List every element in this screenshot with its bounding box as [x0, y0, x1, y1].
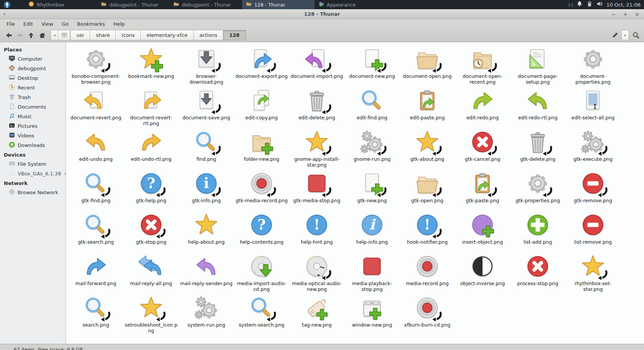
file-item[interactable]: gtk-stop.png — [124, 213, 179, 254]
window-menu-icon[interactable]: ▾ — [3, 12, 5, 16]
file-item[interactable]: gtk-media-record.png — [234, 171, 289, 213]
file-item[interactable]: list-remove.png — [565, 213, 621, 254]
file-item[interactable]: edit-copy.png — [234, 88, 289, 130]
titlebar[interactable]: ▾ 128 - Thunar −+× — [0, 9, 644, 19]
notifications-icon[interactable] — [576, 1, 583, 8]
sidebar-item-desktop[interactable]: Desktop — [0, 73, 66, 83]
file-item[interactable]: media-record.png — [400, 254, 455, 296]
file-item[interactable]: edit-redo-rtl.png — [510, 88, 565, 130]
file-item[interactable]: window-new.png — [344, 296, 400, 337]
volume-icon[interactable] — [596, 1, 603, 8]
file-item[interactable]: media-playback-stop.png — [344, 254, 400, 296]
sidebar-item-downloads[interactable]: Downloads — [0, 140, 66, 150]
taskbar-button[interactable]: 128 - Thunar — [242, 0, 315, 9]
file-item[interactable]: find.png — [179, 130, 234, 171]
forward-button[interactable] — [14, 30, 25, 41]
edit-path-pencil-button[interactable] — [610, 30, 620, 41]
file-item[interactable]: tag-new.png — [289, 296, 344, 337]
taskbar-button[interactable]: Rhythmbox — [25, 0, 97, 9]
file-item[interactable]: gtk-find.png — [68, 171, 124, 213]
path-segment-usr[interactable]: usr — [70, 30, 90, 40]
file-item[interactable]: document-open-recent.png — [455, 47, 510, 88]
menu-go[interactable]: Go — [58, 21, 73, 27]
file-item[interactable]: mail-reply-sender.png — [179, 254, 234, 296]
taskbar-button[interactable]: debugpoint - Thunar — [170, 0, 242, 9]
file-item[interactable]: document-revert-rtl.png — [124, 88, 179, 130]
file-item[interactable]: bonobo-component-browser.png — [68, 47, 124, 88]
path-scroll-left-button[interactable]: ◂ — [51, 30, 58, 40]
path-segment-128[interactable]: 128 — [223, 30, 245, 40]
file-item[interactable]: xfburn-burn-cd.png — [400, 296, 455, 337]
file-item[interactable]: mail-reply-all.png — [124, 254, 179, 296]
path-segment-share[interactable]: share — [90, 30, 116, 40]
file-item[interactable]: gtk-new.png — [344, 171, 400, 213]
file-item[interactable]: setroubleshoot_icon.png — [124, 296, 179, 337]
sidebar-item-computer[interactable]: Computer — [0, 54, 66, 64]
file-item[interactable]: edit-select-all.png — [565, 88, 621, 130]
file-item[interactable]: document-open.png — [400, 47, 455, 88]
menu-edit[interactable]: Edit — [19, 21, 37, 27]
network-icon[interactable]: ⟨··⟩ — [568, 2, 573, 7]
sidebar-item-music[interactable]: Music — [0, 112, 66, 121]
back-button[interactable] — [3, 30, 14, 41]
taskbar-button[interactable]: Appearance — [315, 0, 387, 9]
home-button[interactable] — [36, 30, 48, 41]
file-item[interactable]: ♫media-optical-audio-new.png — [289, 254, 344, 296]
file-item[interactable]: ?gtk-help.png — [124, 171, 179, 213]
battery-icon[interactable] — [586, 1, 593, 8]
file-item[interactable]: insert-object.png — [455, 213, 510, 254]
file-item[interactable]: document-new.png — [344, 47, 400, 88]
sidebar-item-videos[interactable]: Videos — [0, 131, 66, 140]
file-item[interactable]: !help-hint.png — [289, 213, 344, 254]
path-segment-actions[interactable]: actions — [193, 30, 224, 40]
file-item[interactable]: document-revert.png — [68, 88, 124, 130]
file-item[interactable]: mail-forward.png — [68, 254, 124, 296]
file-item[interactable]: gtk-paste.png — [455, 171, 510, 213]
file-item[interactable]: edit-paste.png — [400, 88, 455, 130]
file-item[interactable]: edit-undo.png — [68, 130, 124, 171]
path-segment-icons[interactable]: icons — [115, 30, 141, 40]
sidebar-item-debugpoint[interactable]: debugpoint — [0, 64, 66, 73]
file-item[interactable]: system-search.png — [234, 296, 289, 337]
file-item[interactable]: gtk-execute.png — [565, 130, 621, 171]
applications-menu-button[interactable] — [0, 0, 14, 9]
file-item[interactable]: gtk-properties.png — [510, 171, 565, 213]
file-item[interactable]: process-stop.png — [510, 254, 565, 296]
sidebar-item-vbox-gas-6-1-38[interactable]: VBox_GAs_6.1.38 — [0, 169, 66, 178]
file-item[interactable]: system-run.png — [179, 296, 234, 337]
file-item[interactable]: !hook-notifier.png — [400, 213, 455, 254]
file-item[interactable]: media-import-audio-cd.png — [234, 254, 289, 296]
file-item[interactable]: object-inverse.png — [455, 254, 510, 296]
file-item[interactable]: igtk-info.png — [179, 171, 234, 213]
menu-file[interactable]: File — [2, 21, 19, 27]
sidebar-item-documents[interactable]: Documents — [0, 102, 66, 112]
minimize-button[interactable]: − — [611, 12, 616, 17]
file-item[interactable]: gtk-remove.png — [565, 171, 621, 213]
sidebar-item-recent[interactable]: Recent — [0, 83, 66, 92]
file-item[interactable]: edit-find.png — [344, 88, 400, 130]
file-item[interactable]: edit-delete.png — [289, 88, 344, 130]
file-item[interactable]: rhythmbox-set-star.png — [565, 254, 621, 296]
path-scroll-right-button[interactable]: ▸ — [621, 30, 629, 40]
path-segment-elementary-xfce[interactable]: elementary-xfce — [140, 30, 194, 40]
clock[interactable]: 10 Oct, 21:06 — [606, 2, 641, 8]
sidebar-item-browse-network[interactable]: Browse Network — [0, 188, 66, 197]
file-item[interactable]: document-save.png — [179, 88, 234, 130]
file-item[interactable]: folder-new.png — [234, 130, 289, 171]
search-button[interactable] — [631, 30, 641, 41]
file-item[interactable]: gtk-media-stop.png — [289, 171, 344, 213]
file-item[interactable]: gnome-app-install-star.png — [289, 130, 344, 171]
file-item[interactable]: list-add.png — [510, 213, 565, 254]
file-item[interactable]: search.png — [68, 296, 124, 337]
file-item[interactable]: gtk-delete.png — [510, 130, 565, 171]
file-item[interactable]: ?help-contents.png — [234, 213, 289, 254]
menu-view[interactable]: View — [37, 21, 58, 27]
maximize-button[interactable]: + — [623, 12, 628, 17]
file-item[interactable]: document-import.png — [289, 47, 344, 88]
up-button[interactable] — [25, 30, 36, 41]
file-item[interactable]: bookmark-new.png — [124, 47, 179, 88]
file-item[interactable]: gtk-cancel.png — [455, 130, 510, 171]
close-button[interactable]: × — [635, 12, 639, 17]
file-item[interactable]: gtk-open.png — [400, 171, 455, 213]
filesystem-root-button[interactable] — [58, 30, 70, 40]
